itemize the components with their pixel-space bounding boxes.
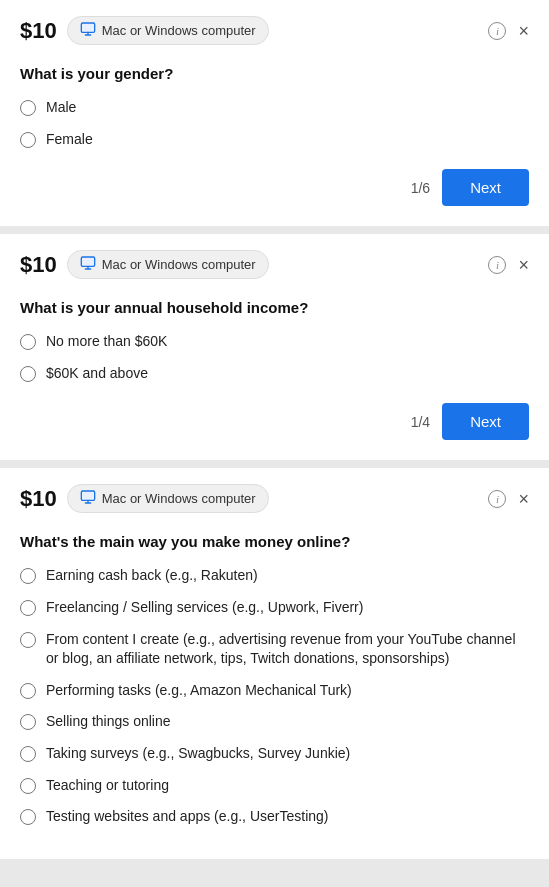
option-label: Freelancing / Selling services (e.g., Up… [46,598,363,618]
radio-option-7[interactable] [20,809,36,825]
option-row[interactable]: Earning cash back (e.g., Rakuten) [20,566,529,586]
survey-card-0: $10 Mac or Windows computeri×What is you… [0,0,549,226]
radio-option-1[interactable] [20,600,36,616]
platform-label: Mac or Windows computer [102,491,256,506]
svg-rect-1 [81,257,94,266]
option-label: $60K and above [46,364,148,384]
radio-option-2[interactable] [20,632,36,648]
option-label: Taking surveys (e.g., Swagbucks, Survey … [46,744,350,764]
next-button[interactable]: Next [442,403,529,440]
option-row[interactable]: Performing tasks (e.g., Amazon Mechanica… [20,681,529,701]
option-row[interactable]: $60K and above [20,364,529,384]
svg-rect-0 [81,23,94,32]
card-footer: 1/4Next [20,403,529,440]
option-label: Teaching or tutoring [46,776,169,796]
option-row[interactable]: Freelancing / Selling services (e.g., Up… [20,598,529,618]
option-label: Performing tasks (e.g., Amazon Mechanica… [46,681,352,701]
close-icon[interactable]: × [518,22,529,40]
next-button[interactable]: Next [442,169,529,206]
platform-label: Mac or Windows computer [102,23,256,38]
platform-icon [80,21,96,40]
platform-icon [80,255,96,274]
option-label: No more than $60K [46,332,167,352]
option-row[interactable]: Teaching or tutoring [20,776,529,796]
radio-option-0[interactable] [20,334,36,350]
radio-option-1[interactable] [20,132,36,148]
info-icon[interactable]: i [488,22,506,40]
radio-option-4[interactable] [20,714,36,730]
option-label: Selling things online [46,712,171,732]
platform-badge: Mac or Windows computer [67,484,269,513]
option-row[interactable]: Female [20,130,529,150]
option-row[interactable]: Taking surveys (e.g., Swagbucks, Survey … [20,744,529,764]
option-row[interactable]: From content I create (e.g., advertising… [20,630,529,669]
platform-label: Mac or Windows computer [102,257,256,272]
price-label: $10 [20,252,57,278]
page-indicator: 1/6 [411,180,430,196]
platform-icon [80,489,96,508]
question-title: What is your gender? [20,65,529,82]
platform-badge: Mac or Windows computer [67,16,269,45]
option-label: Testing websites and apps (e.g., UserTes… [46,807,328,827]
platform-badge: Mac or Windows computer [67,250,269,279]
option-label: From content I create (e.g., advertising… [46,630,529,669]
svg-rect-2 [81,491,94,500]
question-title: What's the main way you make money onlin… [20,533,529,550]
option-row[interactable]: No more than $60K [20,332,529,352]
survey-card-2: $10 Mac or Windows computeri×What's the … [0,468,549,858]
info-icon[interactable]: i [488,490,506,508]
radio-option-1[interactable] [20,366,36,382]
radio-option-0[interactable] [20,568,36,584]
close-icon[interactable]: × [518,490,529,508]
radio-option-3[interactable] [20,683,36,699]
info-icon[interactable]: i [488,256,506,274]
option-row[interactable]: Male [20,98,529,118]
option-label: Female [46,130,93,150]
radio-option-6[interactable] [20,778,36,794]
price-label: $10 [20,486,57,512]
card-footer: 1/6Next [20,169,529,206]
page-indicator: 1/4 [411,414,430,430]
option-label: Male [46,98,76,118]
question-title: What is your annual household income? [20,299,529,316]
radio-option-0[interactable] [20,100,36,116]
radio-option-5[interactable] [20,746,36,762]
price-label: $10 [20,18,57,44]
survey-card-1: $10 Mac or Windows computeri×What is you… [0,234,549,460]
option-row[interactable]: Testing websites and apps (e.g., UserTes… [20,807,529,827]
option-label: Earning cash back (e.g., Rakuten) [46,566,258,586]
close-icon[interactable]: × [518,256,529,274]
option-row[interactable]: Selling things online [20,712,529,732]
